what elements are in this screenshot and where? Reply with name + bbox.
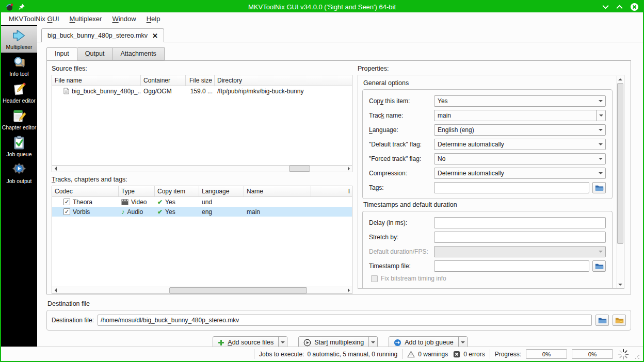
scroll-down-icon[interactable]: [617, 281, 623, 288]
column-header-container[interactable]: Container: [141, 75, 186, 86]
menubar: MKVToolNix GUI Multiplexer Window Help: [1, 12, 643, 25]
cell-copy-item: Yes: [165, 199, 175, 206]
copy-this-item-label: Copy this item:: [369, 97, 431, 105]
destination-browse-button[interactable]: [595, 315, 609, 326]
column-header-language[interactable]: Language: [199, 186, 244, 197]
chevron-down-icon: [596, 139, 605, 150]
scroll-left-icon[interactable]: [52, 287, 59, 293]
mux-tab-bar: Input Output Attachments: [46, 47, 631, 60]
tracks-label: Tracks, chapters and tags:: [52, 176, 352, 183]
timestamp-file-browse-button[interactable]: [592, 260, 606, 272]
column-header-file-name[interactable]: File name: [52, 75, 141, 86]
pin-icon[interactable]: [18, 3, 25, 10]
minimize-button[interactable]: [602, 5, 609, 9]
sidebar-item-multiplexer[interactable]: Multiplexer: [1, 26, 37, 53]
column-header-codec[interactable]: Codec: [52, 186, 119, 197]
compression-select[interactable]: Determine automatically: [434, 168, 606, 179]
delay-input[interactable]: [434, 217, 606, 228]
scroll-up-icon[interactable]: [617, 76, 623, 83]
timestamp-file-input[interactable]: [434, 260, 589, 272]
tab-big-buck-bunny[interactable]: big_buck_bunny_480p_stereo.mkv ✕: [41, 28, 164, 42]
column-header-copy-item[interactable]: Copy item: [155, 186, 199, 197]
cell-codec: Vorbis: [73, 208, 90, 216]
copy-this-item-select[interactable]: Yes: [434, 95, 606, 107]
video-icon: [121, 199, 128, 205]
column-header-name[interactable]: Name: [244, 186, 311, 197]
track-checkbox[interactable]: ✓: [63, 199, 70, 205]
tab-output[interactable]: Output: [77, 47, 113, 60]
scroll-right-icon[interactable]: [345, 166, 352, 172]
sidebar-item-job-output[interactable]: Job output: [1, 160, 37, 187]
language-label: Language:: [369, 126, 431, 134]
sidebar-item-chapter-editor[interactable]: Chapter editor: [1, 106, 37, 133]
sidebar-item-header-editor[interactable]: Header editor: [1, 79, 37, 106]
chapter-editor-icon: [11, 108, 27, 124]
header-editor-icon: [11, 81, 27, 97]
progress-bar-total: 0%: [572, 349, 613, 359]
properties-vscrollbar[interactable]: [617, 76, 623, 288]
language-select[interactable]: English (eng): [434, 124, 606, 136]
source-files-hscrollbar[interactable]: [52, 166, 352, 172]
default-duration-label: Default duration/FPS:: [369, 248, 431, 255]
source-files-table: File name Container File size Directory …: [52, 75, 352, 166]
resize-grip[interactable]: [635, 354, 640, 359]
tags-browse-button[interactable]: [592, 182, 606, 193]
sidebar-item-info-tool[interactable]: Info tool: [1, 53, 37, 79]
timestamp-file-label: Timestamp file:: [369, 262, 431, 270]
menu-help[interactable]: Help: [142, 13, 165, 24]
stretch-by-input[interactable]: [434, 232, 606, 243]
job-queue-icon: [11, 135, 27, 151]
titlebar: MKVToolNix GUI v34.0.0 ('Sight and Seen'…: [1, 1, 643, 12]
cell-file-size: 159.0 ...: [186, 86, 215, 96]
tab-input[interactable]: Input: [46, 47, 77, 61]
plus-icon: [218, 339, 224, 346]
chevron-down-icon: [596, 125, 605, 135]
track-row-theora[interactable]: ✓Theora Video ✔Yes und: [52, 197, 352, 207]
track-row-vorbis[interactable]: ✓Vorbis ♪Audio ✔Yes eng main: [52, 207, 352, 217]
timestamps-group: Timestamps and default duration Delay (i…: [362, 201, 613, 289]
menu-window[interactable]: Window: [107, 13, 140, 24]
menu-mkvtoolnix-gui[interactable]: MKVToolNix GUI: [4, 13, 64, 24]
maximize-button[interactable]: [616, 5, 623, 9]
cell-codec: Theora: [73, 199, 92, 206]
forced-track-flag-label: "Forced track" flag:: [369, 155, 431, 162]
column-header-id[interactable]: I: [311, 186, 352, 197]
tab-close-icon[interactable]: ✕: [152, 32, 158, 40]
source-files-label: Source files:: [52, 65, 352, 72]
scroll-left-icon[interactable]: [52, 166, 59, 172]
scrollbar-thumb[interactable]: [617, 83, 623, 244]
track-name-combo[interactable]: main: [434, 110, 606, 121]
column-header-file-size[interactable]: File size: [186, 75, 215, 86]
menu-multiplexer[interactable]: Multiplexer: [65, 13, 107, 24]
scrollbar-thumb[interactable]: [169, 287, 307, 293]
destination-group-title: Destination file: [47, 300, 631, 307]
destination-file-input[interactable]: [98, 315, 592, 326]
cell-directory: /ftp/pub/rip/mkv/big-buck-bunny: [215, 86, 352, 96]
source-file-row[interactable]: big_buck_bunny_480p_... Ogg/OGM 159.0 ..…: [52, 86, 352, 166]
track-checkbox[interactable]: ✓: [63, 208, 70, 215]
tags-input[interactable]: [434, 182, 589, 193]
tracks-hscrollbar[interactable]: [52, 287, 352, 294]
forced-track-flag-select[interactable]: No: [434, 153, 606, 164]
default-track-flag-label: "Default track" flag:: [369, 141, 431, 148]
new-folder-button[interactable]: [613, 315, 626, 326]
yes-check-icon: ✔: [157, 208, 163, 216]
close-button[interactable]: [630, 3, 639, 11]
chevron-down-icon: [596, 110, 605, 121]
errors-count: 0 errors: [463, 351, 485, 358]
default-track-flag-select[interactable]: Determine automatically: [434, 139, 606, 150]
audio-icon: ♪: [121, 208, 125, 216]
progress-label: Progress:: [495, 351, 521, 358]
chevron-down-icon: [596, 154, 605, 164]
fix-bitstream-label: Fix bitstream timing info: [381, 275, 446, 282]
scrollbar-thumb[interactable]: [289, 166, 310, 172]
column-header-type[interactable]: Type: [119, 186, 155, 197]
scroll-right-icon[interactable]: [345, 287, 352, 293]
window-title: MKVToolNix GUI v34.0.0 ('Sight and Seen'…: [98, 3, 546, 11]
sidebar-item-job-queue[interactable]: Job queue: [1, 133, 37, 160]
destination-file-label: Destination file:: [52, 317, 94, 324]
column-header-directory[interactable]: Directory: [215, 75, 352, 86]
properties-label: Properties:: [358, 65, 624, 72]
tab-attachments[interactable]: Attachments: [112, 47, 165, 60]
general-options-group: General options Copy this item: Yes Trac…: [362, 79, 613, 199]
